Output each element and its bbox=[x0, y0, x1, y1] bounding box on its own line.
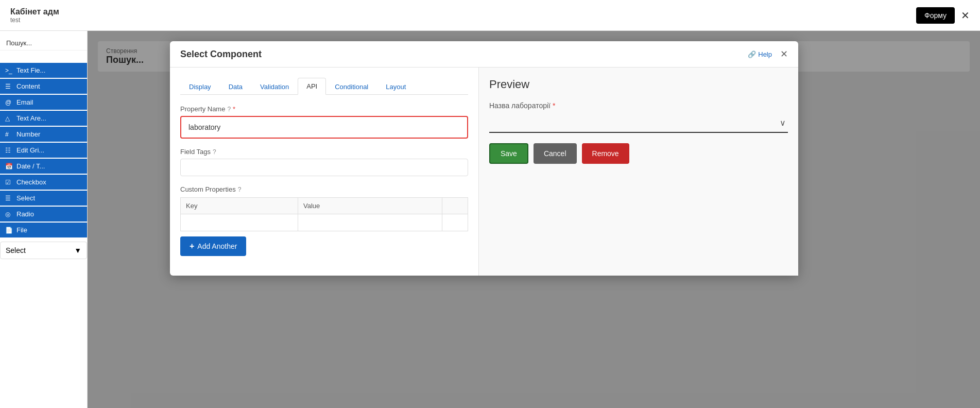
key-cell bbox=[181, 214, 298, 231]
sidebar-item-textarea[interactable]: △ Text Are... bbox=[0, 111, 87, 126]
action-cell bbox=[442, 214, 468, 231]
search-label: Пошук... bbox=[0, 36, 87, 50]
form-button[interactable]: Форму bbox=[916, 7, 955, 24]
email-icon: @ bbox=[5, 99, 13, 106]
value-cell bbox=[298, 214, 442, 231]
preview-required-marker: * bbox=[553, 101, 555, 110]
datetime-icon: 📅 bbox=[5, 163, 13, 170]
sidebar-item-label: Email bbox=[16, 98, 33, 106]
preview-select-wrapper: ∨ bbox=[489, 114, 788, 133]
chevron-down-icon: ▼ bbox=[74, 246, 81, 254]
tabs-bar: Display Data Validation API Conditional … bbox=[180, 78, 468, 95]
sidebar-item-text-field[interactable]: >_ Text Fie... bbox=[0, 63, 87, 78]
sidebar-item-radio[interactable]: ◎ Radio bbox=[0, 207, 87, 222]
checkbox-icon: ☑ bbox=[5, 179, 13, 186]
save-button[interactable]: Save bbox=[489, 143, 528, 164]
sidebar-item-datetime[interactable]: 📅 Date / T... bbox=[0, 159, 87, 174]
close-page-button[interactable]: ✕ bbox=[961, 9, 970, 22]
modal-form-panel: Display Data Validation API Conditional … bbox=[170, 67, 479, 276]
sidebar-dropdown[interactable]: Select ▼ bbox=[0, 242, 87, 259]
sidebar-item-label: Checkbox bbox=[16, 178, 46, 186]
tab-data[interactable]: Data bbox=[220, 78, 251, 95]
custom-properties-body bbox=[181, 214, 468, 231]
text-field-icon: >_ bbox=[5, 67, 13, 74]
sidebar-item-label: Text Are... bbox=[16, 114, 46, 122]
field-tags-help-icon: ? bbox=[213, 148, 216, 156]
modal-dialog: Select Component 🔗 Help ✕ Display Data bbox=[170, 41, 798, 276]
sidebar-dropdown-label: Select bbox=[6, 246, 26, 254]
add-another-label: Add Another bbox=[197, 242, 237, 250]
number-icon: # bbox=[5, 131, 13, 138]
sidebar-item-checkbox[interactable]: ☑ Checkbox bbox=[0, 175, 87, 190]
custom-properties-group: Custom Properties ? Key Value bbox=[180, 185, 468, 256]
top-bar-actions: Форму ✕ bbox=[916, 7, 970, 24]
tab-validation[interactable]: Validation bbox=[251, 78, 298, 95]
action-column-header bbox=[442, 198, 468, 214]
field-tags-label: Field Tags ? bbox=[180, 148, 468, 156]
tab-api[interactable]: API bbox=[298, 78, 326, 95]
sidebar-item-editgrid[interactable]: ☷ Edit Gri... bbox=[0, 143, 87, 158]
field-tags-input[interactable] bbox=[180, 159, 468, 176]
app-title: Кабінет адм bbox=[10, 7, 59, 16]
preview-title: Preview bbox=[489, 78, 788, 91]
modal-help-link[interactable]: 🔗 Help bbox=[748, 50, 772, 58]
sidebar-item-label: Edit Gri... bbox=[16, 146, 44, 154]
modal-header-right: 🔗 Help ✕ bbox=[748, 48, 788, 60]
preview-field-label: Назва лабораторії * bbox=[489, 101, 788, 110]
sidebar-item-label: Select bbox=[16, 194, 35, 202]
help-icon: 🔗 bbox=[748, 50, 756, 58]
property-name-label: Property Name ? * bbox=[180, 105, 468, 113]
sidebar-item-label: Number bbox=[16, 130, 40, 138]
components-header bbox=[0, 50, 87, 59]
sidebar-item-email[interactable]: @ Email bbox=[0, 95, 87, 110]
preview-actions: Save Cancel Remove bbox=[489, 143, 788, 164]
sidebar-item-label: Date / T... bbox=[16, 162, 45, 170]
select-icon: ☰ bbox=[5, 195, 13, 202]
modal-header: Select Component 🔗 Help ✕ bbox=[170, 41, 798, 67]
remove-button[interactable]: Remove bbox=[582, 143, 629, 164]
content-icon: ☰ bbox=[5, 83, 13, 90]
add-another-button[interactable]: + Add Another bbox=[180, 236, 246, 256]
property-name-input[interactable] bbox=[183, 119, 465, 135]
sidebar-item-file[interactable]: 📄 File bbox=[0, 223, 87, 237]
modal-close-button[interactable]: ✕ bbox=[780, 48, 788, 60]
editgrid-icon: ☷ bbox=[5, 147, 13, 154]
field-tags-text: Field Tags bbox=[180, 148, 211, 156]
content-area: Пошук... >_ Text Fie... ☰ Content @ Emai… bbox=[0, 31, 980, 408]
preview-chevron-down-icon: ∨ bbox=[780, 118, 786, 128]
sidebar-item-label: Content bbox=[16, 82, 40, 90]
sidebar-item-label: Text Fie... bbox=[16, 66, 45, 74]
empty-row bbox=[181, 214, 468, 231]
cancel-button[interactable]: Cancel bbox=[534, 143, 577, 164]
textarea-icon: △ bbox=[5, 115, 13, 122]
sidebar-item-label: Radio bbox=[16, 210, 34, 218]
sidebar-item-label: File bbox=[16, 226, 27, 234]
tab-display[interactable]: Display bbox=[180, 78, 220, 95]
app-subtitle: test bbox=[10, 16, 59, 24]
custom-properties-table: Key Value bbox=[180, 197, 468, 231]
plus-icon: + bbox=[190, 242, 194, 251]
custom-properties-label: Custom Properties ? bbox=[180, 185, 468, 193]
top-bar: Кабінет адм test Форму ✕ bbox=[0, 0, 980, 31]
property-name-required: * bbox=[233, 105, 235, 113]
file-icon: 📄 bbox=[5, 227, 13, 234]
app-branding: Кабінет адм test bbox=[10, 7, 59, 24]
preview-field-label-text: Назва лабораторії bbox=[489, 101, 551, 110]
tab-conditional[interactable]: Conditional bbox=[326, 78, 377, 95]
custom-properties-help-icon: ? bbox=[238, 186, 242, 193]
field-tags-group: Field Tags ? bbox=[180, 148, 468, 176]
sidebar-item-number[interactable]: # Number bbox=[0, 127, 87, 142]
modal-body: Display Data Validation API Conditional … bbox=[170, 67, 798, 276]
radio-icon: ◎ bbox=[5, 211, 13, 218]
custom-properties-text: Custom Properties bbox=[180, 185, 236, 193]
modal-title: Select Component bbox=[180, 49, 262, 60]
property-name-help-icon: ? bbox=[227, 106, 231, 113]
key-column-header: Key bbox=[181, 198, 298, 214]
property-name-text: Property Name bbox=[180, 105, 225, 113]
property-name-group: Property Name ? * bbox=[180, 105, 468, 139]
sidebar-item-select[interactable]: ☰ Select bbox=[0, 191, 87, 206]
tab-layout[interactable]: Layout bbox=[377, 78, 415, 95]
sidebar-item-content[interactable]: ☰ Content bbox=[0, 79, 87, 94]
sidebar: Пошук... >_ Text Fie... ☰ Content @ Emai… bbox=[0, 31, 88, 408]
property-name-input-wrapper bbox=[180, 116, 468, 139]
